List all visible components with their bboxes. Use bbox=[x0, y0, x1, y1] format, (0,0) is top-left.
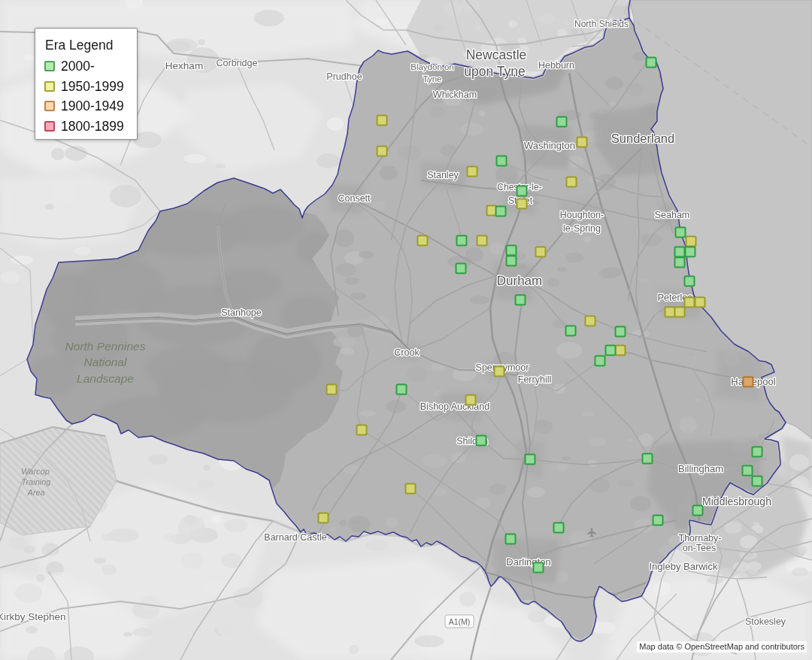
svg-text:Crook: Crook bbox=[394, 347, 420, 358]
svg-text:North Pennines: North Pennines bbox=[65, 340, 146, 353]
svg-text:North Shields: North Shields bbox=[574, 19, 629, 29]
svg-text:Newcastle: Newcastle bbox=[466, 47, 527, 62]
svg-text:Bishop Auckland: Bishop Auckland bbox=[420, 401, 489, 412]
svg-text:Prudhoe: Prudhoe bbox=[326, 71, 362, 82]
svg-text:A1(M): A1(M) bbox=[449, 617, 471, 626]
svg-text:Thornaby-: Thornaby- bbox=[679, 533, 722, 543]
svg-text:Billingham: Billingham bbox=[678, 463, 723, 474]
svg-text:on-Tees: on-Tees bbox=[683, 543, 716, 553]
svg-text:Sunderland: Sunderland bbox=[611, 132, 674, 145]
svg-text:Houghton-: Houghton- bbox=[560, 210, 604, 220]
svg-text:Stanhope: Stanhope bbox=[221, 307, 262, 318]
svg-text:Seaham: Seaham bbox=[655, 210, 690, 220]
svg-text:Training: Training bbox=[22, 477, 52, 486]
svg-text:Hebburn: Hebburn bbox=[538, 60, 574, 71]
svg-text:upon Tyne: upon Tyne bbox=[464, 64, 525, 79]
svg-text:National: National bbox=[84, 356, 127, 368]
svg-text:Whickham: Whickham bbox=[433, 89, 477, 100]
svg-text:Warcop: Warcop bbox=[21, 467, 50, 476]
svg-text:Blaydon on: Blaydon on bbox=[411, 62, 454, 71]
svg-text:Ingleby Barwick: Ingleby Barwick bbox=[649, 561, 718, 572]
svg-text:Tyne: Tyne bbox=[423, 74, 442, 83]
svg-text:Darlington: Darlington bbox=[506, 556, 550, 568]
svg-text:Area: Area bbox=[26, 488, 44, 497]
svg-text:Stokesley: Stokesley bbox=[745, 616, 786, 627]
svg-text:Middlesbrough: Middlesbrough bbox=[702, 495, 771, 507]
svg-text:Consett: Consett bbox=[338, 193, 371, 204]
svg-text:Ferryhill: Ferryhill bbox=[518, 374, 551, 385]
svg-text:Stanley: Stanley bbox=[427, 170, 459, 180]
svg-text:Kirkby Stephen: Kirkby Stephen bbox=[0, 611, 66, 622]
svg-text:Barnard Castle: Barnard Castle bbox=[264, 532, 326, 543]
svg-text:Hexham: Hexham bbox=[165, 60, 203, 71]
svg-text:Landscape: Landscape bbox=[77, 372, 134, 385]
svg-text:Washington: Washington bbox=[524, 140, 575, 151]
svg-text:Durham: Durham bbox=[497, 274, 542, 288]
svg-text:Corbridge: Corbridge bbox=[217, 58, 258, 68]
svg-text:le-Spring: le-Spring bbox=[563, 223, 601, 234]
